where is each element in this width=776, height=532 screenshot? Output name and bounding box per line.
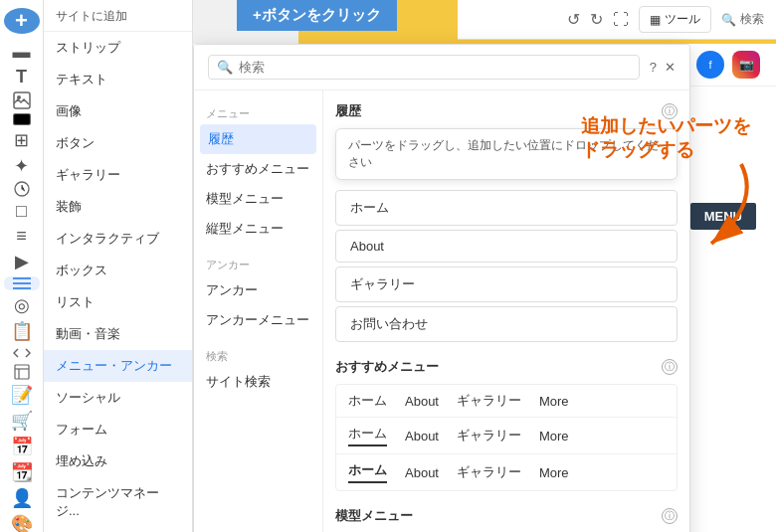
embed-tool[interactable] [4, 346, 40, 360]
sidebar-item-image[interactable]: 画像 [44, 95, 192, 127]
menu-row-bold-about: About [405, 465, 439, 480]
sidebar-item-strip[interactable]: ストリップ [44, 32, 192, 64]
help-icon[interactable]: ? [650, 60, 657, 75]
menu-row-ul-about: About [405, 429, 439, 443]
nav-item-history[interactable]: 履歴 [200, 124, 316, 154]
sidebar-item-list[interactable]: リスト [44, 286, 192, 318]
recommended-info-icon[interactable]: ⓘ [662, 359, 678, 375]
sidebar-item-text[interactable]: テキスト [44, 64, 192, 95]
menu-row-underline[interactable]: ホーム About ギャラリー More [336, 418, 677, 454]
recommended-content: ホーム About ギャラリー More ホーム About ギャラリー Mor… [335, 384, 678, 491]
sidebar-item-video[interactable]: 動画・音楽 [44, 318, 192, 350]
shop-tool[interactable]: 🛒 [4, 410, 40, 432]
sidebar-item-box[interactable]: ボックス [44, 255, 192, 286]
strip-tool[interactable]: ▬ [4, 42, 40, 63]
list-tool[interactable]: ≡ [4, 226, 40, 247]
nav-item-anchor-menu[interactable]: アンカーメニュー [194, 305, 322, 335]
menu-row-bold[interactable]: ホーム About ギャラリー More [336, 454, 677, 490]
model-title: 模型メニュー [335, 507, 413, 525]
history-menu-items: ホーム About ギャラリー お問い合わせ [335, 190, 678, 342]
sidebar-item-cms[interactable]: コンテンツマネージ... [44, 477, 192, 527]
gallery-tool[interactable]: ⊞ [4, 129, 40, 151]
tools-button[interactable]: ▦ ツール [639, 6, 711, 33]
booking-tool[interactable]: 📅 [4, 436, 40, 457]
panel-nav: メニュー 履歴 おすすめメニュー 模型メニュー 縦型メニュー アンカー アンカー… [194, 90, 323, 532]
tools-label: ツール [665, 11, 700, 28]
menu-tool[interactable] [4, 276, 40, 290]
sidebar-item-gallery[interactable]: ギャラリー [44, 159, 192, 191]
text-tool[interactable]: T [4, 67, 40, 88]
left-toolbar: + ▬ T ⊞ ✦ □ ≡ ▶ ◎ 📋 📝 🛒 📅 📆 👤 🎨 [0, 0, 44, 532]
nav-item-site-search[interactable]: サイト検索 [194, 367, 322, 397]
nav-item-recommended[interactable]: おすすめメニュー [194, 154, 322, 184]
recommended-title-row: おすすめメニュー ⓘ [335, 358, 678, 376]
history-title: 履歴 [335, 102, 361, 120]
menu-row-bold-gallery: ギャラリー [457, 463, 521, 481]
sidebar-item-interactive[interactable]: インタラクティブ [44, 223, 192, 255]
close-icon[interactable]: ✕ [665, 60, 676, 75]
sidebar-item-menu[interactable]: メニュー・アンカー [44, 350, 192, 382]
panel-search-bar[interactable]: 🔍 [208, 55, 640, 80]
search-label: 検索 [740, 11, 764, 28]
svg-rect-2 [13, 114, 30, 125]
model-section: 模型メニュー ⓘ Home About Gallery Contact [335, 507, 678, 532]
add-button[interactable]: + [4, 8, 40, 34]
search-button[interactable]: 🔍 検索 [721, 11, 764, 28]
box-tool[interactable]: □ [4, 201, 40, 222]
main-content: ↺ ↻ ⛶ ▦ ツール 🔍 検索 👤 ▾ 𝕏 f 📷 [193, 0, 776, 532]
nav-section-menu: メニュー [194, 100, 322, 124]
nav-item-vertical[interactable]: 縦型メニュー [194, 214, 322, 244]
decoration-tool[interactable]: ✦ [4, 155, 40, 177]
sidebar-item-button[interactable]: ボタン [44, 127, 192, 159]
tools-icon: ▦ [650, 13, 661, 27]
interactive-tool[interactable] [4, 181, 40, 197]
menu-row-ul-home: ホーム [348, 425, 387, 446]
fullscreen-icon[interactable]: ⛶ [613, 11, 629, 29]
nav-section-search: 検索 [194, 343, 322, 367]
top-nav-bar: ↺ ↻ ⛶ ▦ ツール 🔍 検索 [458, 0, 776, 40]
nav-item-model[interactable]: 模型メニュー [194, 184, 322, 214]
menu-item-gallery[interactable]: ギャラリー [335, 266, 678, 302]
facebook-icon[interactable]: f [696, 51, 724, 79]
menu-row-ul-more: More [539, 429, 569, 443]
sidebar-item-blog[interactable]: ブログ [44, 527, 192, 532]
btn-click-annotation: +ボタンをクリック [237, 0, 397, 31]
menu-row-plain-more: More [539, 394, 569, 409]
nav-item-anchor[interactable]: アンカー [194, 275, 322, 305]
cms-tool[interactable] [4, 364, 40, 380]
svg-rect-7 [15, 365, 29, 379]
menu-item-about[interactable]: About [335, 230, 678, 263]
form-tool[interactable]: 📋 [4, 320, 40, 342]
drag-text-line1: 追加したいパーツを [581, 114, 751, 138]
model-info-icon[interactable]: ⓘ [662, 508, 678, 524]
sidebar-item-decoration[interactable]: 装飾 [44, 191, 192, 223]
member-tool[interactable]: 👤 [4, 487, 40, 509]
menu-row-plain-home: ホーム [348, 392, 387, 410]
event-tool[interactable]: 📆 [4, 461, 40, 483]
instagram-icon[interactable]: 📷 [732, 51, 760, 79]
blog-tool[interactable]: 📝 [4, 384, 40, 406]
menu-item-contact[interactable]: お問い合わせ [335, 306, 678, 342]
menu-row-plain-gallery: ギャラリー [457, 392, 521, 410]
mydesign-tool[interactable]: 🎨 [4, 513, 40, 532]
undo-icon[interactable]: ↺ [567, 10, 580, 29]
sidebar-item-social[interactable]: ソーシャル [44, 382, 192, 414]
sidebar-item-form[interactable]: フォーム [44, 414, 192, 445]
search-icon: 🔍 [217, 60, 233, 75]
image-tool[interactable] [4, 91, 40, 109]
search-input[interactable] [239, 60, 631, 75]
video-tool[interactable]: ▶ [4, 251, 40, 272]
menu-item-home[interactable]: ホーム [335, 190, 678, 226]
side-panel-header: サイトに追加 [44, 0, 192, 32]
overlay-panel-header: 🔍 ? ✕ [194, 45, 689, 90]
button-tool[interactable] [4, 113, 40, 125]
recommended-section: おすすめメニュー ⓘ ホーム About ギャラリー More [335, 358, 678, 491]
menu-row-bold-home: ホーム [348, 461, 387, 483]
sidebar-item-embed[interactable]: 埋め込み [44, 445, 192, 477]
social-tool[interactable]: ◎ [4, 294, 40, 316]
search-icon: 🔍 [721, 13, 736, 27]
nav-section-anchor: アンカー [194, 252, 322, 275]
menu-row-plain[interactable]: ホーム About ギャラリー More [336, 385, 677, 418]
model-title-row: 模型メニュー ⓘ [335, 507, 678, 525]
redo-icon[interactable]: ↻ [590, 10, 603, 29]
